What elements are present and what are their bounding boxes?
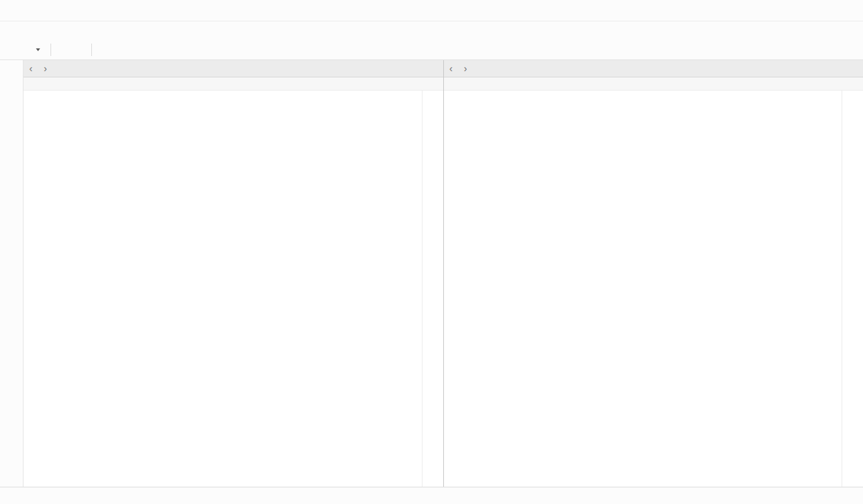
sidebar-git-button[interactable] <box>3 118 20 135</box>
redo-button[interactable] <box>112 48 127 52</box>
quick-open-button[interactable] <box>831 60 847 77</box>
menubar <box>0 21 863 39</box>
split-view-button[interactable] <box>427 60 443 77</box>
main-area: ‹ › ‹ › <box>0 60 863 487</box>
minimap-scrollbar-right[interactable] <box>842 91 863 487</box>
editor-right <box>444 91 863 487</box>
breadcrumb-left <box>24 77 443 91</box>
toolbar-separator <box>91 44 92 56</box>
new-button[interactable] <box>6 48 21 52</box>
open-button[interactable] <box>21 46 46 53</box>
sidebar-documents-button[interactable] <box>3 66 20 82</box>
pane-right: ‹ › <box>443 60 863 487</box>
statusbar <box>0 487 863 504</box>
sidebar-outline-button[interactable] <box>3 92 20 109</box>
text-area-left[interactable] <box>24 91 422 487</box>
minimize-button[interactable] <box>768 0 799 21</box>
history-forward-button[interactable]: › <box>38 60 53 77</box>
text-area-right[interactable] <box>444 91 842 487</box>
sidebar-commits-button[interactable] <box>3 144 20 161</box>
tab-bar-right: ‹ › <box>444 60 863 77</box>
pane-left: ‹ › <box>24 60 443 487</box>
titlebar <box>0 0 863 21</box>
quick-open-button[interactable] <box>411 60 427 77</box>
toolbar <box>0 39 863 60</box>
left-sidebar <box>0 60 24 487</box>
history-back-button[interactable]: ‹ <box>24 60 38 77</box>
kate-window: ‹ › ‹ › <box>0 0 863 504</box>
close-button[interactable] <box>831 0 863 21</box>
breadcrumb-right <box>444 77 863 91</box>
save-button[interactable] <box>56 48 71 52</box>
split-view-button[interactable] <box>847 60 863 77</box>
save-as-button[interactable] <box>71 48 86 52</box>
maximize-button[interactable] <box>799 0 831 21</box>
history-back-button[interactable]: ‹ <box>444 60 458 77</box>
tab-bar-left: ‹ › <box>24 60 443 77</box>
undo-button[interactable] <box>97 48 112 52</box>
window-controls <box>768 0 863 21</box>
minimap-scrollbar-left[interactable] <box>422 91 443 487</box>
split-panes: ‹ › ‹ › <box>24 60 863 487</box>
tab-spacer <box>53 60 411 77</box>
toolbar-separator <box>50 44 51 56</box>
tab-spacer <box>473 60 832 77</box>
open-dropdown-caret-icon <box>36 48 40 51</box>
history-forward-button[interactable]: › <box>458 60 473 77</box>
editor-left <box>24 91 443 487</box>
